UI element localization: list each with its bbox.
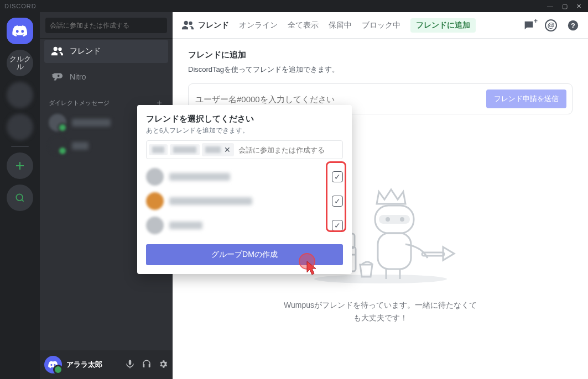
svg-point-3: [314, 275, 447, 283]
mic-icon: [125, 359, 135, 369]
friend-name: [169, 222, 202, 229]
svg-text:?: ?: [571, 21, 575, 29]
headphones-icon: [142, 359, 152, 369]
deafen-button[interactable]: [142, 359, 152, 371]
friend-list: [137, 165, 352, 238]
friend-row[interactable]: [137, 213, 352, 238]
friend-search-input[interactable]: [236, 144, 340, 156]
create-group-dm-button[interactable]: グループDMの作成: [146, 244, 343, 265]
friends-icon: [51, 45, 63, 57]
avatar: [146, 168, 164, 186]
topbar: フレンド オンライン 全て表示 保留中 ブロック中 フレンドに追加 + @ ?: [173, 12, 588, 39]
avatar: [49, 114, 66, 131]
add-friend-desc: DiscordTagを使ってフレンドを追加できます。: [188, 65, 573, 75]
tab-add-friend[interactable]: フレンドに追加: [410, 18, 476, 33]
add-server-button[interactable]: [7, 152, 33, 179]
svg-point-7: [400, 217, 404, 222]
window-close[interactable]: ✕: [576, 3, 582, 9]
server-guild-3[interactable]: [7, 114, 33, 140]
sidebar-nitro-label: Nitro: [70, 72, 86, 81]
find-conversation-input[interactable]: [45, 18, 167, 33]
window-minimize[interactable]: —: [547, 3, 554, 9]
friend-row[interactable]: [137, 165, 352, 189]
server-column: クルクル: [0, 12, 40, 379]
self-username: アララ太郎: [66, 360, 121, 370]
svg-rect-8: [378, 233, 411, 269]
compass-icon: [14, 192, 25, 203]
popover-title: フレンドを選択してください: [146, 114, 343, 124]
self-avatar[interactable]: [44, 356, 62, 373]
select-friends-popover: フレンドを選択してください あと6人フレンドを追加できます。 ✕: [137, 105, 352, 274]
selected-chip[interactable]: [149, 144, 168, 155]
selected-friends-field[interactable]: ✕: [146, 140, 343, 159]
chat-plus-icon: [523, 19, 535, 31]
avatar: [146, 217, 164, 234]
user-panel: アララ太郎: [40, 350, 173, 379]
window-maximize[interactable]: ▢: [561, 3, 568, 9]
selected-chip[interactable]: [170, 144, 200, 155]
at-icon: @: [545, 19, 557, 31]
home-button[interactable]: [7, 18, 33, 44]
popover-subtitle: あと6人フレンドを追加できます。: [146, 127, 343, 135]
friend-row[interactable]: [137, 189, 352, 213]
explore-servers-button[interactable]: [7, 185, 33, 211]
new-group-dm-button[interactable]: +: [523, 19, 535, 31]
selected-chip[interactable]: ✕: [202, 143, 234, 156]
gear-icon: [158, 359, 168, 369]
server-guild-2[interactable]: [7, 82, 33, 108]
avatar: [49, 137, 66, 155]
dm-username: [72, 119, 111, 127]
mentions-button[interactable]: @: [545, 19, 557, 31]
friend-name: [169, 197, 252, 205]
tab-pending[interactable]: 保留中: [329, 20, 352, 30]
server-guild-1[interactable]: クルクル: [7, 50, 33, 76]
friend-checkbox[interactable]: [332, 196, 343, 207]
chip-remove-icon[interactable]: ✕: [224, 145, 231, 154]
send-friend-request-button[interactable]: フレンド申請を送信: [486, 90, 566, 108]
wumpus-caption: Wumpusがフレンドを待っています。一緒に待たなくても大丈夫です！: [281, 299, 480, 324]
tab-all[interactable]: 全て表示: [288, 20, 319, 30]
friend-checkbox[interactable]: [332, 171, 343, 182]
nitro-icon: [51, 71, 63, 83]
svg-point-6: [386, 217, 390, 222]
friend-checkbox[interactable]: [332, 220, 343, 231]
avatar: [146, 192, 164, 210]
help-button[interactable]: ?: [567, 19, 579, 31]
add-friend-input[interactable]: [194, 94, 486, 104]
mute-mic-button[interactable]: [125, 359, 135, 371]
sidebar-item-friends[interactable]: フレンド: [44, 40, 168, 63]
tab-blocked[interactable]: ブロック中: [362, 20, 400, 30]
tab-online[interactable]: オンライン: [239, 20, 278, 30]
svg-point-0: [16, 194, 23, 201]
dm-section-header: ダイレクトメッセージ: [49, 99, 110, 107]
page-title: フレンド: [181, 19, 229, 31]
plus-icon: [14, 160, 25, 171]
discord-logo-icon: [48, 361, 58, 369]
sidebar-item-nitro[interactable]: Nitro: [44, 65, 168, 88]
friends-icon: [181, 19, 194, 31]
user-settings-button[interactable]: [158, 359, 168, 371]
app-name: DISCORD: [4, 3, 37, 9]
discord-logo-icon: [12, 25, 28, 36]
svg-rect-5: [379, 215, 410, 224]
add-friend-heading: フレンドに追加: [188, 50, 573, 60]
sidebar-friends-label: フレンド: [70, 46, 101, 56]
help-icon: ?: [567, 19, 579, 31]
friend-name: [169, 173, 230, 181]
dm-username: [72, 142, 89, 150]
server-divider: [11, 146, 29, 147]
